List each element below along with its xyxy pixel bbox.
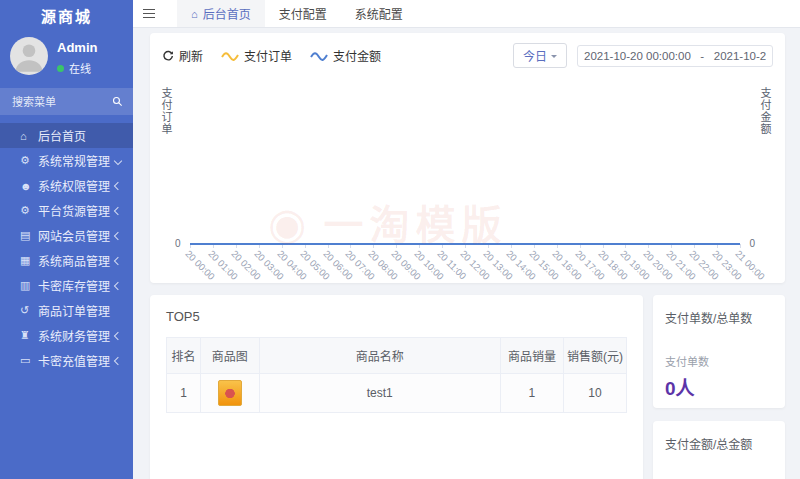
tab-bar: ⌂后台首页支付配置系统配置 bbox=[177, 0, 417, 27]
rank-cell: 1 bbox=[167, 374, 201, 413]
top5-col-header: 排名 bbox=[167, 338, 201, 374]
sidebar-item-site-members[interactable]: ▤网站会员管理 bbox=[0, 223, 133, 248]
refresh-button[interactable]: 刷新 bbox=[162, 47, 203, 64]
sidebar-item-system-permission[interactable]: ☻系统权限管理 bbox=[0, 173, 133, 198]
sidebar-item-card-stock[interactable]: ▥卡密库存管理 bbox=[0, 273, 133, 298]
search-icon bbox=[112, 96, 123, 107]
tab-dashboard[interactable]: ⌂后台首页 bbox=[177, 0, 265, 27]
user-status: 在线 bbox=[57, 60, 97, 76]
avatar bbox=[10, 37, 48, 75]
y-axis-left-label: 支付订单 bbox=[158, 87, 174, 135]
top5-body: 1test1110 bbox=[167, 374, 627, 413]
today-range-button[interactable]: 今日 bbox=[513, 43, 567, 68]
user-status-label: 在线 bbox=[69, 60, 91, 76]
stat-card-label: 支付单数 bbox=[665, 353, 773, 369]
stat-card-title: 支付金额/总金额 bbox=[665, 435, 773, 452]
top5-col-header: 商品名称 bbox=[259, 338, 500, 374]
users-icon: ☻ bbox=[20, 180, 38, 192]
chart-series-svg bbox=[190, 79, 740, 245]
y-axis-right-tick: 0 bbox=[749, 238, 755, 249]
line-chart: 支付订单 支付金额 0 0 20 00:0020 01:0020 02:0020… bbox=[190, 79, 740, 245]
top5-table: 排名商品图商品名称商品销量销售额(元) 1test1110 bbox=[166, 337, 627, 413]
chart-toolbar: 刷新 支付订单 支付金额 今日 bbox=[150, 33, 785, 68]
sidebar-search bbox=[0, 88, 133, 115]
top5-card: TOP5 排名商品图商品名称商品销量销售额(元) 1test1110 bbox=[150, 295, 643, 479]
list-icon: ▤ bbox=[20, 229, 38, 242]
chevron-down-icon bbox=[551, 55, 557, 61]
sidebar-item-label: 商品订单管理 bbox=[38, 302, 133, 319]
search-input[interactable] bbox=[10, 95, 112, 109]
tab-system-config[interactable]: 系统配置 bbox=[341, 0, 417, 27]
stat-card-value: 0人 bbox=[665, 373, 773, 400]
tab-label: 后台首页 bbox=[203, 5, 251, 22]
refresh-label: 刷新 bbox=[179, 47, 203, 64]
sidebar-item-platform-supply[interactable]: ⚙平台货源管理 bbox=[0, 198, 133, 223]
bank-icon: ♜ bbox=[20, 329, 38, 342]
hamburger-menu-icon[interactable] bbox=[133, 0, 177, 27]
top5-header-row: 排名商品图商品名称商品销量销售额(元) bbox=[167, 338, 627, 374]
topbar: ⌂后台首页支付配置系统配置 bbox=[133, 0, 800, 28]
product-image bbox=[218, 380, 242, 406]
sidebar: 源商城 Admin 在线 ⌂后台首页⚙系统常规管理☻系统权限管理⚙平台货源管理▤… bbox=[0, 0, 133, 479]
legend-line-icon bbox=[310, 51, 328, 61]
amount-cell: 10 bbox=[563, 374, 626, 413]
sales-cell: 1 bbox=[500, 374, 563, 413]
stat-card-amount: 支付金额/总金额 bbox=[653, 421, 785, 479]
top5-title: TOP5 bbox=[166, 309, 627, 324]
history-icon: ↺ bbox=[20, 304, 38, 317]
image-cell bbox=[201, 374, 260, 413]
top5-col-header: 商品图 bbox=[201, 338, 260, 374]
tab-pay-config[interactable]: 支付配置 bbox=[265, 0, 341, 27]
tab-label: 系统配置 bbox=[355, 5, 403, 22]
sidebar-item-system-goods[interactable]: ▦系统商品管理 bbox=[0, 248, 133, 273]
top5-col-header: 销售额(元) bbox=[563, 338, 626, 374]
legend-item[interactable]: 支付金额 bbox=[310, 47, 381, 64]
app-logo: 源商城 bbox=[0, 0, 133, 29]
range-group: 今日 bbox=[513, 43, 773, 68]
user-name: Admin bbox=[57, 40, 97, 55]
name-cell: test1 bbox=[259, 374, 500, 413]
y-axis-right-label: 支付金额 bbox=[757, 87, 773, 135]
cogs-icon: ⚙ bbox=[20, 154, 38, 167]
legend-label: 支付金额 bbox=[333, 47, 381, 64]
credit-card-icon: ▭ bbox=[20, 354, 38, 367]
online-dot-icon bbox=[57, 65, 64, 72]
tab-label: 支付配置 bbox=[279, 5, 327, 22]
sidebar-item-system-finance[interactable]: ♜系统财务管理 bbox=[0, 323, 133, 348]
table-row: 1test1110 bbox=[167, 374, 627, 413]
cogs-icon: ⚙ bbox=[20, 204, 38, 217]
sidebar-item-system-general[interactable]: ⚙系统常规管理 bbox=[0, 148, 133, 173]
chart-card: 刷新 支付订单 支付金额 今日 支付订单 支付金额 0 0 20 00:0020… bbox=[150, 33, 785, 283]
sidebar-menu: ⌂后台首页⚙系统常规管理☻系统权限管理⚙平台货源管理▤网站会员管理▦系统商品管理… bbox=[0, 123, 133, 373]
legend-label: 支付订单 bbox=[244, 47, 292, 64]
sidebar-item-label: 后台首页 bbox=[38, 127, 133, 144]
archive-icon: ▦ bbox=[20, 254, 38, 267]
x-axis-ticks: 20 00:0020 01:0020 02:0020 03:0020 04:00… bbox=[190, 244, 740, 280]
sidebar-item-goods-orders[interactable]: ↺商品订单管理 bbox=[0, 298, 133, 323]
user-panel[interactable]: Admin 在线 bbox=[0, 29, 133, 82]
main-content: 刷新 支付订单 支付金额 今日 支付订单 支付金额 0 0 20 00:0020… bbox=[133, 28, 800, 479]
refresh-icon bbox=[162, 50, 174, 62]
date-range-input[interactable] bbox=[577, 45, 773, 67]
chart-legend: 支付订单 支付金额 bbox=[221, 47, 381, 64]
avatar-silhouette-icon bbox=[10, 37, 48, 75]
legend-line-icon bbox=[221, 51, 239, 61]
legend-item[interactable]: 支付订单 bbox=[221, 47, 292, 64]
stat-card-title: 支付单数/总单数 bbox=[665, 309, 773, 326]
y-axis-left-tick: 0 bbox=[175, 238, 181, 249]
top5-col-header: 商品销量 bbox=[500, 338, 563, 374]
sidebar-item-dashboard[interactable]: ⌂后台首页 bbox=[0, 123, 133, 148]
sidebar-item-card-recharge[interactable]: ▭卡密充值管理 bbox=[0, 348, 133, 373]
dashboard-icon: ⌂ bbox=[191, 8, 198, 20]
cart-icon: ▥ bbox=[20, 279, 38, 292]
dashboard-icon: ⌂ bbox=[20, 130, 38, 142]
stat-card-orders: 支付单数/总单数 支付单数 0人 bbox=[653, 295, 785, 408]
